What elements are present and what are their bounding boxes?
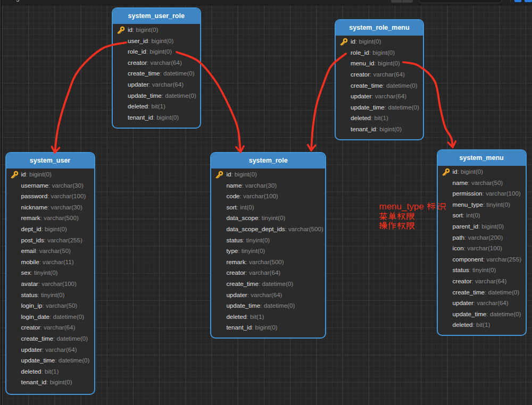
svg-text:menu_type: menu_type (379, 201, 424, 212)
